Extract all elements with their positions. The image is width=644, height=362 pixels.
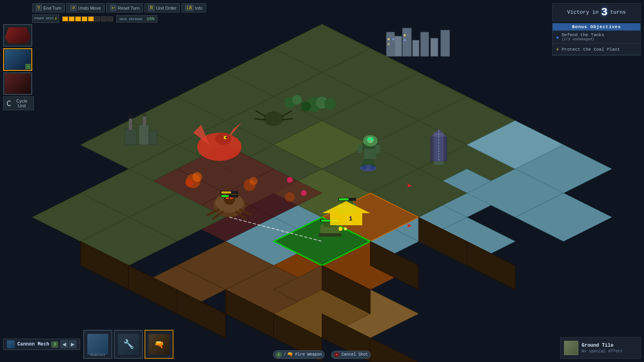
svg-rect-105: [375, 145, 380, 153]
victory-box: Victory in 3 turns: [552, 3, 641, 21]
objective-item-1: ★ Defend the Tanks (2/2 undamaged): [553, 31, 640, 44]
power-seg-4: [82, 16, 87, 21]
victory-turns: 3: [601, 6, 608, 19]
loadout-slot-3[interactable]: 🔫: [144, 330, 173, 359]
unit-arrows: ◀ ▶: [60, 340, 76, 348]
loadout-slot-1[interactable]: Dualist: [83, 330, 112, 359]
victory-prefix: Victory in: [567, 9, 599, 15]
bonus-objectives-header: Bonus Objectives: [553, 23, 640, 31]
fire-weapon-label: Fire Weapon: [295, 352, 322, 357]
unit-card-1[interactable]: [3, 24, 32, 47]
tile-effect: No special effect: [582, 349, 637, 354]
svg-point-115: [344, 227, 347, 230]
end-turn-label: End Turn: [43, 6, 62, 10]
objective-2-text: Protect the Coal Plant: [561, 47, 620, 52]
unit-card-3[interactable]: [3, 72, 32, 95]
unit-card-2[interactable]: ⚡: [3, 48, 32, 71]
objective-1-sub: (2/2 undamaged): [561, 37, 604, 41]
svg-text:➤: ➤: [407, 221, 412, 232]
objective-item-2: ⚡ Protect the Coal Plant: [553, 44, 640, 55]
svg-point-92: [225, 137, 227, 138]
cycle-icon: [7, 101, 12, 106]
tile-name: Ground Tile: [582, 343, 637, 348]
svg-rect-104: [357, 145, 362, 153]
svg-rect-113: [319, 233, 341, 237]
action-cancel-shot: ● Cancel Shot: [331, 351, 371, 359]
svg-rect-70: [388, 43, 390, 45]
grid-defense-label: GRID DEFENSE: [119, 17, 142, 21]
fire-weapon-key: R / 🔫 Fire Weapon: [273, 350, 324, 359]
unit-name: Cannon Mech: [17, 341, 49, 347]
unit-arrow-left[interactable]: ◀: [60, 340, 68, 348]
svg-rect-77: [129, 119, 132, 130]
unit-sprite-1: [5, 25, 31, 45]
fire-key-circle: R: [276, 352, 281, 358]
svg-text:➤: ➤: [407, 181, 412, 192]
cancel-shot-key: ● Cancel Shot: [331, 351, 371, 359]
svg-rect-68: [441, 30, 450, 56]
cycle-unit-button[interactable]: Cycle Unit: [3, 97, 34, 110]
svg-rect-65: [413, 40, 419, 56]
svg-point-152: [285, 192, 295, 202]
info-button[interactable]: LB Info: [182, 3, 206, 12]
svg-rect-135: [221, 191, 231, 193]
loadout-label-1: Dualist: [90, 353, 105, 357]
unit-arrow-right[interactable]: ▶: [69, 340, 76, 348]
tile-icon: [564, 341, 578, 355]
svg-point-84: [324, 98, 336, 109]
svg-rect-67: [431, 38, 438, 56]
victory-panel: Victory in 3 turns Bonus Objectives ★ De…: [552, 3, 641, 56]
game-board: 1 ➤ ➤: [0, 0, 644, 362]
end-turn-button[interactable]: Y End Turn: [32, 3, 65, 12]
toolbar: Y End Turn ↺ Undo Move ↩ Reset Turn R Un…: [32, 3, 206, 12]
iso-map-svg: 1 ➤ ➤: [0, 0, 644, 362]
lightning-icon: ⚡: [54, 16, 57, 22]
victory-suffix: turns: [610, 9, 626, 15]
undo-move-key: ↺: [70, 5, 76, 11]
bonus-objectives: Bonus Objectives ★ Defend the Tanks (2/2…: [552, 23, 641, 56]
unit-card-2-badge: ⚡: [25, 64, 31, 69]
unit-card-2-inner: ⚡: [4, 49, 31, 70]
end-turn-key: Y: [36, 5, 42, 11]
unit-loadout: Dualist 🔧 🔫: [83, 330, 173, 359]
svg-rect-69: [388, 38, 390, 40]
power-seg-2: [69, 16, 74, 21]
cancel-key-circle: ●: [334, 352, 340, 358]
unit-order-button[interactable]: R Unit Order: [144, 3, 180, 12]
svg-point-80: [142, 113, 147, 117]
reset-turn-label: Reset Turn: [118, 6, 140, 10]
svg-point-151: [250, 177, 258, 185]
loadout-slot-2[interactable]: 🔧: [114, 330, 143, 359]
undo-move-label: Undo Move: [78, 6, 101, 10]
svg-rect-122: [339, 198, 349, 200]
svg-point-149: [185, 179, 193, 187]
info-label: Info: [195, 6, 202, 10]
svg-rect-76: [149, 131, 157, 145]
reset-turn-key: ↩: [110, 5, 116, 11]
undo-move-button[interactable]: ↺ Undo Move: [66, 3, 104, 12]
power-seg-5: [88, 16, 94, 21]
svg-text:1: 1: [349, 216, 352, 222]
svg-rect-63: [394, 36, 402, 56]
svg-point-79: [128, 114, 133, 119]
loadout-icon-3: 🔫: [149, 334, 169, 355]
svg-point-148: [192, 172, 202, 182]
info-key: LB: [185, 5, 193, 11]
svg-point-102: [367, 138, 370, 140]
svg-rect-75: [139, 125, 149, 145]
reset-turn-button[interactable]: ↩ Reset Turn: [106, 3, 143, 12]
action-bar: R / 🔫 Fire Weapon ● Cancel Shot: [273, 350, 371, 359]
unit-order-key: R: [148, 5, 154, 11]
grid-defense-value: 15%: [147, 16, 155, 21]
power-seg-3: [75, 16, 81, 21]
svg-point-86: [292, 95, 302, 105]
svg-rect-64: [402, 28, 411, 56]
objective-1-main: Defend the Tanks: [561, 33, 604, 37]
power-seg-6: [95, 16, 100, 21]
svg-point-93: [264, 111, 284, 126]
cancel-shot-label: Cancel Shot: [342, 352, 368, 357]
unit-card-3-inner: [4, 73, 31, 94]
unit-panel: ⚡ Cycle Unit: [3, 24, 34, 110]
unit-order-label: Unit Order: [156, 6, 177, 10]
svg-rect-72: [404, 34, 406, 36]
